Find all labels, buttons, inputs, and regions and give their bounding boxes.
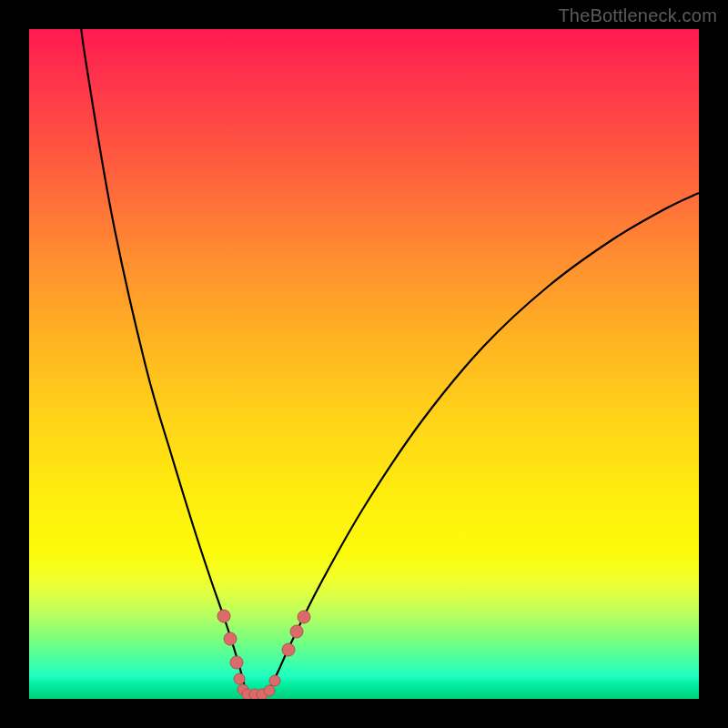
data-marker [234,673,245,684]
curve-layer [29,29,699,699]
chart-frame: TheBottleneck.com [0,0,728,728]
data-marker [230,656,243,669]
curve-group [79,29,699,695]
data-marker [269,675,280,686]
data-marker [282,643,295,656]
curve-right-curve [266,193,699,695]
data-marker [224,632,237,645]
watermark-text: TheBottleneck.com [558,5,717,26]
plot-area [29,29,699,699]
data-marker [290,625,303,638]
marker-group [217,610,310,699]
data-marker [298,611,310,623]
data-marker [217,610,230,622]
data-marker [264,685,275,696]
curve-left-curve [79,29,248,695]
